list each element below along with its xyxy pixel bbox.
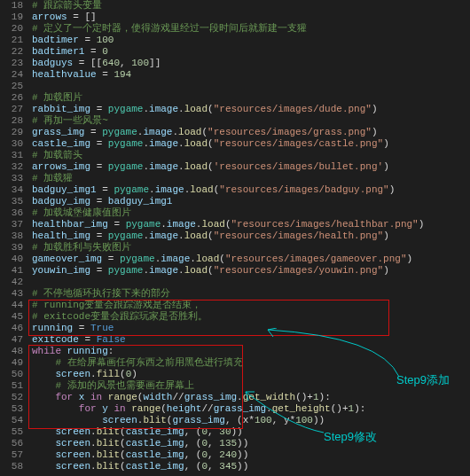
line-number: 54 — [4, 415, 23, 426]
line-number: 24 — [4, 69, 23, 81]
code-line[interactable]: # 再加一些风景~ — [32, 115, 470, 127]
code-line[interactable]: # 跟踪箭头变量 — [32, 0, 470, 12]
line-number: 57 — [4, 449, 23, 461]
line-number: 29 — [4, 127, 23, 138]
line-number: 49 — [4, 357, 23, 369]
code-line[interactable]: arrows_img = pygame.image.load('resource… — [32, 161, 470, 173]
code-line[interactable]: screen.blit(castle_img, (0, 135)) — [32, 438, 470, 449]
line-number: 41 — [4, 265, 23, 277]
code-line[interactable]: rabbit_img = pygame.image.load("resource… — [32, 104, 470, 115]
code-line[interactable] — [32, 277, 470, 288]
line-number: 45 — [4, 311, 23, 323]
line-number: 47 — [4, 334, 23, 346]
code-line[interactable]: gameover_img = pygame.image.load("resour… — [32, 254, 470, 265]
code-line[interactable]: while running: — [32, 346, 470, 357]
line-number: 58 — [4, 461, 23, 472]
line-number: 22 — [4, 46, 23, 58]
code-line[interactable]: screen.blit(grass_img, (x*100, y*100)) — [32, 415, 470, 426]
line-number: 48 — [4, 346, 23, 357]
line-number: 33 — [4, 173, 23, 184]
code-line[interactable]: # 在给屏幕画任何东西之前用黑色进行填充 — [32, 357, 470, 369]
code-line[interactable]: arrows = [] — [32, 12, 470, 23]
annotation-add: Step9添加 — [396, 372, 450, 388]
line-number: 43 — [4, 288, 23, 300]
line-number: 44 — [4, 300, 23, 311]
line-number: 30 — [4, 138, 23, 150]
line-number: 25 — [4, 81, 23, 92]
code-area[interactable]: # 跟踪箭头变量arrows = []# 定义了一个定时器，使得游戏里经过一段时… — [28, 0, 470, 476]
code-line[interactable] — [32, 81, 470, 92]
code-line[interactable]: # exitcode变量会跟踪玩家是否胜利。 — [32, 311, 470, 323]
line-number: 18 — [4, 0, 23, 12]
code-line[interactable]: health_img = pygame.image.load("resource… — [32, 230, 470, 242]
line-number: 56 — [4, 438, 23, 449]
line-number: 50 — [4, 369, 23, 380]
line-number: 46 — [4, 323, 23, 334]
line-number: 32 — [4, 161, 23, 173]
line-number: 26 — [4, 92, 23, 104]
line-number: 35 — [4, 196, 23, 207]
line-number: 21 — [4, 35, 23, 46]
code-line[interactable]: # 不停地循环执行接下来的部分 — [32, 288, 470, 300]
code-line[interactable]: grass_img = pygame.image.load("resources… — [32, 127, 470, 138]
code-line[interactable]: screen.blit(castle_img, (0, 30)) — [32, 426, 470, 438]
line-number: 55 — [4, 426, 23, 438]
line-number: 52 — [4, 392, 23, 403]
code-line[interactable]: for x in range(width//grass_img.get_widt… — [32, 392, 470, 403]
line-number: 39 — [4, 242, 23, 254]
code-line[interactable]: healthbar_img = pygame.image.load("resou… — [32, 219, 470, 230]
line-number: 36 — [4, 207, 23, 219]
line-number: 53 — [4, 403, 23, 415]
code-line[interactable]: youwin_img = pygame.image.load("resource… — [32, 265, 470, 277]
code-line[interactable]: # 加载箭头 — [32, 150, 470, 161]
line-number: 20 — [4, 23, 23, 35]
code-line[interactable]: badguy_img1 = pygame.image.load("resourc… — [32, 184, 470, 196]
line-number: 27 — [4, 104, 23, 115]
line-number: 37 — [4, 219, 23, 230]
code-editor[interactable]: 1819202122232425262728293031323334353637… — [0, 0, 470, 476]
line-number: 23 — [4, 58, 23, 69]
code-line[interactable]: # running变量会跟踪游戏是否结束， — [32, 300, 470, 311]
code-line[interactable]: exitcode = False — [32, 334, 470, 346]
code-line[interactable]: healthvalue = 194 — [32, 69, 470, 81]
line-number: 42 — [4, 277, 23, 288]
code-line[interactable]: screen.blit(castle_img, (0, 345)) — [32, 461, 470, 472]
code-line[interactable]: for y in range(height//grass_img.get_hei… — [32, 403, 470, 415]
code-line[interactable]: badguy_img = badguy_img1 — [32, 196, 470, 207]
line-number: 51 — [4, 380, 23, 392]
line-number: 19 — [4, 12, 23, 23]
code-line[interactable]: # 加载胜利与失败图片 — [32, 242, 470, 254]
annotation-modify: Step9修改 — [324, 429, 377, 445]
code-line[interactable]: # 定义了一个定时器，使得游戏里经过一段时间后就新建一支獾 — [32, 23, 470, 35]
code-line[interactable]: # 加载獾 — [32, 173, 470, 184]
code-line[interactable]: badtimer = 100 — [32, 35, 470, 46]
code-line[interactable]: # 加载图片 — [32, 92, 470, 104]
code-line[interactable]: running = True — [32, 323, 470, 334]
line-number: 40 — [4, 254, 23, 265]
line-number-gutter: 1819202122232425262728293031323334353637… — [0, 0, 28, 476]
code-line[interactable]: # 加载城堡健康值图片 — [32, 207, 470, 219]
line-number: 34 — [4, 184, 23, 196]
code-line[interactable]: castle_img = pygame.image.load("resource… — [32, 138, 470, 150]
code-line[interactable]: badtimer1 = 0 — [32, 46, 470, 58]
line-number: 38 — [4, 230, 23, 242]
line-number: 31 — [4, 150, 23, 161]
code-line[interactable]: badguys = [[640, 100]] — [32, 58, 470, 69]
code-line[interactable]: screen.blit(castle_img, (0, 240)) — [32, 449, 470, 461]
line-number: 28 — [4, 115, 23, 127]
